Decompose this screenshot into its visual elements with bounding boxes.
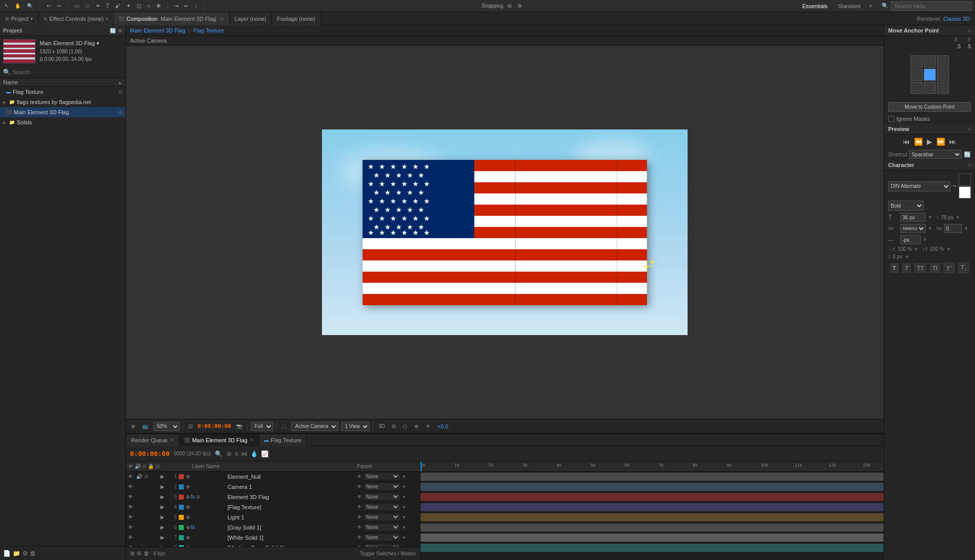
layer-1-expand[interactable]: ▶ [160,474,168,479]
layer-row-6[interactable]: 👁 ▶ 6 ⊕ fx [Gray Solid 1] [126,522,420,533]
workspace-standard[interactable]: Standard [835,2,864,10]
tl-graph-editor[interactable]: 📈 [261,450,269,457]
layer-7-eye[interactable]: 👁 [128,535,135,540]
layer-row-5[interactable]: 👁 ▶ 5 ⊕ Light 1 👁 [126,512,420,522]
layer-7-expand[interactable]: ▶ [160,535,168,540]
layer-6-fx[interactable]: fx [191,524,195,530]
preview-prev-btn[interactable]: ⏪ [914,138,923,146]
layer-2-eye[interactable]: 👁 [128,484,135,489]
toolbar-text[interactable]: T [105,3,111,9]
tl-new-comp[interactable]: ⊞ [130,550,135,557]
layer-5-parent-select[interactable]: None [364,514,400,520]
tl-tab-footage[interactable]: ▬ Flag Texture [259,434,307,446]
vp-view-select[interactable]: Active Camera [291,422,338,431]
layer-1-anchor[interactable]: ⊕ [186,474,190,479]
fx-tab-expand[interactable]: » [106,16,108,21]
layer-1-audio[interactable]: 🔊 [136,474,143,479]
char-tracking-arrow[interactable]: ▼ [928,226,932,231]
layer-5-anchor[interactable]: ⊕ [186,514,190,520]
layer-row-4[interactable]: 👁 ▶ 4 ⊕ [Flag Texture] [126,502,420,512]
vp-grid-btn[interactable]: ⊡ [186,423,194,430]
char-format-sub[interactable]: T↓ [958,262,969,273]
project-settings-icon[interactable]: ⚙ [118,28,122,34]
tl-tab-main-comp[interactable]: ⬛ Main Element 3D Flag ✕ [179,434,259,446]
anchor-ml[interactable] [911,69,923,81]
layer-row-3[interactable]: 👁 ▶ 3 ⊕ fx ⊘ Elemen [126,492,420,502]
workspace-essentials[interactable]: Essentials [799,2,831,10]
char-format-bold[interactable]: T [890,263,899,273]
snapping-options[interactable]: ⚙ [516,3,524,9]
panel-tab-composition[interactable]: ⬛ Composition Main Element 3D Flag ✕ [114,12,230,25]
file-item-flag-texture[interactable]: ▬ Flag Texture ⊞ [0,87,125,97]
char-format-italic[interactable]: T [902,263,911,273]
search-help-input[interactable] [891,2,972,11]
char-font-select[interactable]: DIN Alternate [888,181,951,191]
project-interpret-icon[interactable]: 🔄 [110,28,116,34]
toolbar-hand-tool[interactable]: ✋ [13,3,22,9]
anchor-tr[interactable] [937,55,949,68]
shortcut-select[interactable]: Spacebar [909,150,962,159]
layer-7-parent-select[interactable]: None [364,534,400,541]
vp-3d-btn[interactable]: 3D [376,423,387,430]
toolbar-zoom-tool[interactable]: 🔍 [25,3,35,9]
vp-snap-btn[interactable]: ⊕ [412,423,420,430]
layer-1-eye[interactable]: 👁 [128,474,135,479]
tl-tab-rq-close[interactable]: ✕ [170,437,174,443]
preview-play-btn[interactable]: ▶ [927,138,932,146]
char-fill-swatch[interactable] [959,174,971,186]
layer-3-parent-select[interactable]: None [364,493,400,500]
layer-2-expand[interactable]: ▶ [160,484,168,489]
layer-4-expand[interactable]: ▶ [160,504,168,510]
panel-tab-project[interactable]: ⊞ Project ▾ [0,12,39,25]
layer-1-solo[interactable]: ⊙ [144,474,151,479]
char-kern-input[interactable] [944,224,962,233]
preview-last-btn[interactable]: ⏭ [949,138,956,146]
layer-4-parent-select[interactable]: None [364,504,400,510]
toolbar-undo[interactable]: ↩ [45,3,52,9]
tl-row-8[interactable] [420,543,884,553]
tl-row-7[interactable] [420,533,884,543]
panel-tab-layer[interactable]: Layer (none) [230,12,272,25]
file-item-main-comp[interactable]: ⬛ Main Element 3D Flag ⊞ [0,107,125,117]
tl-frame-blend[interactable]: ⋈ [241,450,247,457]
comp-tab-close[interactable]: ✕ [220,16,224,21]
layer-4-anchor[interactable]: ⊕ [186,504,190,510]
char-kerning-arrow[interactable]: ▼ [923,237,927,242]
project-settings-btn[interactable]: ⚙ [22,550,28,557]
layer-6-anchor[interactable]: ⊕ [186,524,190,530]
layer-3-anchor[interactable]: ⊕ [186,494,190,500]
toolbar-stamp[interactable]: ✦ [125,3,132,9]
char-format-all-caps[interactable]: TT [915,263,926,273]
tl-tab-render-queue[interactable]: Render Queue ✕ [126,434,179,446]
toolbar-roto[interactable]: ⌾ [146,3,152,9]
vp-camera-btn[interactable]: 📷 [234,423,244,430]
vp-timecode[interactable]: 0:00:00:00 [198,423,231,430]
project-new-item[interactable]: 📄 [3,550,11,557]
vp-display-btn[interactable]: 📺 [140,423,150,430]
toolbar-arrow-tool[interactable]: ↖ [3,3,10,9]
toggle-label[interactable]: Toggle Switches / Modes [360,551,416,556]
char-kern-arrow[interactable]: ▼ [964,226,968,231]
preview-first-btn[interactable]: ⏮ [903,138,910,146]
char-size-arrow[interactable]: ▼ [928,215,932,220]
snapping-toggle[interactable]: ⧉ [506,3,513,10]
vp-quality-select[interactable]: Full Half [251,422,273,431]
char-tracking-select[interactable]: Metrics [900,224,926,233]
layer-3-brush[interactable]: ⊘ [196,494,200,500]
layer-6-parent-select[interactable]: None [364,524,400,531]
move-to-custom-point-btn[interactable]: Move to Custom Point [888,102,971,112]
vp-view-count-select[interactable]: 1 View [341,422,370,431]
char-stroke-swatch[interactable] [959,186,971,199]
layer-row-2[interactable]: 👁 ▶ 2 ⊕ Camera 1 👁 [126,482,420,492]
anchor-tc[interactable] [924,55,936,68]
layer-3-eye[interactable]: 👁 [128,494,135,500]
char-scaleh-arrow[interactable]: ▼ [914,247,919,252]
tl-solo-btn[interactable]: ⊘ [226,450,232,457]
tl-search-icon[interactable]: 🔍 [215,450,222,457]
char-baseline-arrow[interactable]: ▼ [905,254,909,259]
renderer-value[interactable]: Classic 3D [943,16,970,22]
vp-reset-btn[interactable]: ⊕ [129,423,137,430]
toolbar-rect[interactable]: ▭ [73,3,81,9]
tl-row-2[interactable] [420,482,884,492]
vp-pixel-btn[interactable]: ⬡ [401,423,409,430]
